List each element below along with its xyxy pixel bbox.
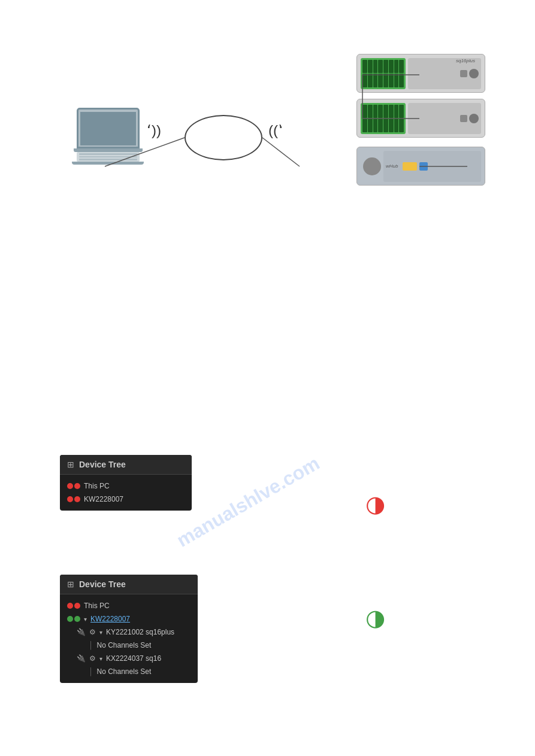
vert-bar-1: │ [86, 641, 93, 649]
ky2221002-label: KY2221002 sq16plus [106, 628, 174, 636]
device-tree-panel-1: ⊞ Device Tree This PC KW2228007 [60, 455, 192, 511]
chevron-kw2[interactable]: ▾ [84, 616, 87, 623]
kx2224037-label: KX2224037 sq16 [106, 654, 161, 663]
chevron-kx[interactable]: ▾ [99, 655, 102, 662]
tree-row-no-channels-2: │ No Channels Set [60, 665, 198, 678]
dot-red-1a [67, 483, 73, 489]
plug-icon-2: 🔌 [77, 654, 86, 663]
gear-icon-1[interactable]: ⚙ [89, 628, 96, 636]
no-channels-label-2: No Channels Set [97, 667, 152, 676]
no-channels-label-1: No Channels Set [97, 641, 152, 649]
kw-label-2[interactable]: KW2228007 [90, 615, 130, 623]
tree-row-ky2221002[interactable]: 🔌 ⚙ ▾ KY2221002 sq16plus [60, 626, 198, 639]
dot-red-2b [74, 496, 80, 502]
panel-2-title: Device Tree [79, 579, 126, 589]
panel-2-header: ⊞ Device Tree [60, 575, 198, 594]
dot-red-2a [67, 496, 73, 502]
status-dots-red-3 [67, 603, 80, 609]
plug-icon-1: 🔌 [77, 628, 86, 636]
status-dots-red-1 [67, 483, 80, 489]
cloud-oval [185, 115, 262, 160]
tree-row-kx2224037[interactable]: 🔌 ⚙ ▾ KX2224037 sq16 [60, 652, 198, 665]
device-1: sq16plus [356, 54, 485, 93]
chevron-ky[interactable]: ▾ [99, 629, 102, 636]
kw-label-1: KW2228007 [84, 495, 123, 503]
panel-2-body: This PC ▾ KW2228007 🔌 ⚙ ▾ KY2221002 sq16… [60, 594, 198, 683]
dot-green-b [74, 616, 80, 622]
status-icon-green: ◑ [365, 605, 385, 631]
laptop [72, 108, 144, 165]
panel-1-title: Device Tree [79, 460, 126, 469]
dot-red-1b [74, 483, 80, 489]
svg-line-5 [262, 138, 300, 166]
watermark: manualshlve.com [173, 452, 324, 551]
gear-icon-2[interactable]: ⚙ [89, 654, 96, 663]
tree-row-no-channels-1: │ No Channels Set [60, 639, 198, 652]
device-2: sq16plus [356, 99, 485, 138]
status-dots-red-2 [67, 496, 80, 502]
dot-red-3a [67, 603, 73, 609]
device-tree-icon-2: ⊞ [67, 579, 74, 589]
this-pc-label-1: This PC [84, 482, 110, 490]
device-3: wHub [356, 147, 485, 186]
panel-1-header: ⊞ Device Tree [60, 455, 192, 475]
vert-bar-2: │ [86, 667, 93, 676]
dot-green-a [67, 616, 73, 622]
dot-red-3b [74, 603, 80, 609]
tree-row-this-pc-2[interactable]: This PC [60, 599, 198, 612]
tree-row-this-pc-1[interactable]: This PC [60, 479, 192, 493]
panel-1-body: This PC KW2228007 [60, 475, 192, 511]
status-dots-green [67, 616, 80, 622]
status-icon-red: ◑ [365, 491, 385, 517]
device-tree-icon-1: ⊞ [67, 460, 74, 469]
tree-row-kw2[interactable]: ▾ KW2228007 [60, 612, 198, 626]
device-tree-panel-2: ⊞ Device Tree This PC ▾ KW2228007 🔌 ⚙ ▾ [60, 575, 198, 683]
wifi-right-icon: ʻ)) [268, 122, 283, 139]
tree-row-kw1[interactable]: KW2228007 [60, 493, 192, 506]
wifi-left-icon: ʻ)) [147, 122, 161, 139]
this-pc-label-2: This PC [84, 602, 110, 610]
diagram-area: ʻ)) ʻ)) sq16plus [36, 48, 491, 239]
